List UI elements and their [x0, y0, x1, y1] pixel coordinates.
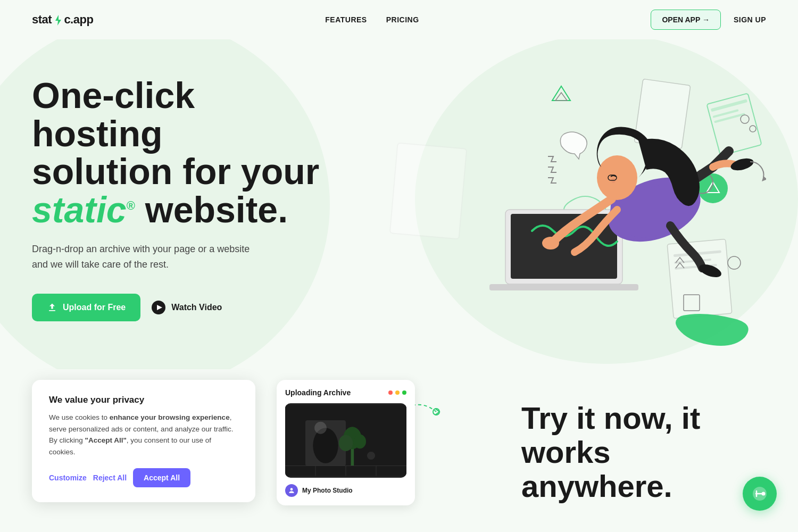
hero-svg	[351, 50, 766, 348]
avatar-icon	[288, 487, 295, 494]
logo[interactable]: stat c.app	[32, 13, 93, 27]
svg-point-45	[290, 488, 293, 491]
cookie-title: We value your privacy	[49, 395, 238, 405]
navbar: stat c.app FEATURES PRICING OPEN APP → S…	[0, 0, 798, 39]
svg-point-16	[741, 115, 749, 123]
float-btn-icon	[752, 486, 768, 502]
hero-buttons: Upload for Free Watch Video	[32, 294, 330, 321]
upload-widget-title: Uploading Archive	[285, 388, 351, 397]
nav-links: FEATURES PRICING	[325, 15, 419, 24]
open-app-button[interactable]: OPEN APP →	[651, 10, 720, 30]
watch-video-button[interactable]: Watch Video	[151, 300, 222, 315]
cta-title: Try it now, it works anywhere.	[521, 401, 766, 503]
svg-point-38	[354, 435, 366, 449]
svg-rect-11	[390, 143, 467, 239]
upload-widget-image	[285, 403, 406, 478]
logo-bolt-icon	[54, 14, 62, 26]
svg-point-40	[367, 452, 375, 460]
hero-subtitle: Drag-n-drop an archive with your page or…	[32, 242, 266, 272]
svg-point-27	[597, 155, 637, 200]
nav-right: OPEN APP → SIGN UP	[651, 10, 766, 30]
upload-icon	[47, 302, 57, 313]
upload-widget-footer: My Photo Studio	[285, 484, 406, 497]
cookie-banner: We value your privacy We use cookies to …	[32, 380, 255, 502]
svg-point-34	[313, 428, 338, 463]
hero-left: One-click hosting solution for your stat…	[32, 77, 330, 321]
reject-all-button[interactable]: Reject All	[93, 473, 127, 482]
svg-marker-13	[555, 93, 567, 101]
play-icon	[151, 300, 166, 315]
float-action-button[interactable]	[743, 477, 777, 511]
upload-widget-header: Uploading Archive	[285, 388, 406, 397]
cookie-text: We use cookies to enhance your browsing …	[49, 412, 238, 458]
hero-title: One-click hosting solution for your stat…	[32, 77, 330, 229]
svg-point-24	[729, 156, 755, 173]
nav-features[interactable]: FEATURES	[325, 15, 367, 24]
svg-point-39	[314, 422, 327, 434]
lower-section: We value your privacy We use cookies to …	[0, 369, 798, 518]
site-name: My Photo Studio	[302, 487, 353, 494]
cookie-buttons: Customize Reject All Accept All	[49, 468, 238, 487]
nav-pricing[interactable]: PRICING	[386, 15, 419, 24]
dot-yellow	[395, 390, 400, 395]
customize-button[interactable]: Customize	[49, 473, 87, 482]
svg-marker-31	[762, 176, 766, 181]
dot-green	[402, 390, 406, 395]
upload-for-free-button[interactable]: Upload for Free	[32, 294, 140, 321]
cta-right: Try it now, it works anywhere.	[521, 401, 766, 503]
svg-point-37	[339, 435, 353, 451]
window-dots	[388, 390, 406, 395]
svg-point-26	[542, 237, 559, 250]
svg-point-19	[728, 256, 741, 269]
avatar	[285, 484, 298, 497]
upload-widget: Uploading Archive	[277, 380, 415, 505]
svg-rect-3	[711, 99, 747, 112]
svg-point-49	[762, 492, 766, 496]
sign-up-button[interactable]: SIGN UP	[734, 15, 766, 24]
svg-point-17	[750, 126, 756, 132]
svg-marker-12	[552, 86, 570, 101]
hero-illustration	[351, 50, 766, 348]
svg-rect-22	[489, 284, 638, 290]
upload-preview-svg	[285, 403, 406, 478]
hero-section: One-click hosting solution for your stat…	[0, 39, 798, 369]
accept-all-button[interactable]: Accept All	[133, 468, 190, 487]
dot-red	[388, 390, 393, 395]
